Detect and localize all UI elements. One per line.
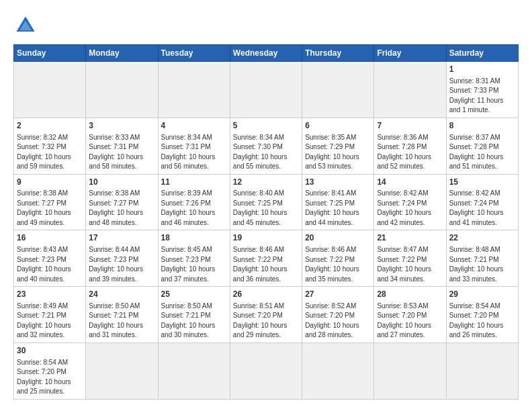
day-info: Sunrise: 8:53 AM Sunset: 7:20 PM Dayligh… [377, 302, 443, 340]
day-info: Sunrise: 8:49 AM Sunset: 7:21 PM Dayligh… [17, 302, 83, 340]
day-header-tuesday: Tuesday [158, 45, 230, 62]
day-number: 13 [305, 177, 371, 188]
day-info: Sunrise: 8:38 AM Sunset: 7:27 PM Dayligh… [89, 189, 154, 228]
calendar-week-row: 16Sunrise: 8:43 AM Sunset: 7:23 PM Dayli… [14, 230, 519, 287]
day-info: Sunrise: 8:42 AM Sunset: 7:24 PM Dayligh… [377, 189, 443, 228]
day-number: 29 [449, 289, 515, 300]
day-info: Sunrise: 8:50 AM Sunset: 7:21 PM Dayligh… [89, 302, 154, 340]
day-info: Sunrise: 8:50 AM Sunset: 7:21 PM Dayligh… [161, 302, 227, 340]
day-number: 26 [233, 289, 299, 300]
day-header-saturday: Saturday [446, 45, 518, 62]
calendar-cell: 3Sunrise: 8:33 AM Sunset: 7:31 PM Daylig… [86, 118, 158, 174]
calendar-week-row: 1Sunrise: 8:31 AM Sunset: 7:33 PM Daylig… [14, 62, 519, 118]
calendar-cell: 2Sunrise: 8:32 AM Sunset: 7:32 PM Daylig… [14, 118, 86, 174]
day-info: Sunrise: 8:36 AM Sunset: 7:28 PM Dayligh… [377, 133, 443, 172]
calendar-cell: 20Sunrise: 8:46 AM Sunset: 7:22 PM Dayli… [302, 230, 374, 287]
day-number: 25 [161, 289, 227, 300]
calendar-cell: 26Sunrise: 8:51 AM Sunset: 7:20 PM Dayli… [230, 287, 302, 343]
calendar-cell: 5Sunrise: 8:34 AM Sunset: 7:30 PM Daylig… [230, 118, 302, 174]
day-info: Sunrise: 8:40 AM Sunset: 7:25 PM Dayligh… [233, 189, 299, 228]
calendar-cell: 16Sunrise: 8:43 AM Sunset: 7:23 PM Dayli… [14, 230, 86, 287]
day-header-wednesday: Wednesday [230, 45, 302, 62]
calendar-cell: 14Sunrise: 8:42 AM Sunset: 7:24 PM Dayli… [374, 174, 446, 230]
day-number: 9 [17, 177, 83, 188]
day-info: Sunrise: 8:48 AM Sunset: 7:21 PM Dayligh… [449, 245, 515, 284]
calendar-cell: 23Sunrise: 8:49 AM Sunset: 7:21 PM Dayli… [14, 287, 86, 343]
calendar-cell [158, 342, 230, 399]
calendar-week-row: 30Sunrise: 8:54 AM Sunset: 7:20 PM Dayli… [14, 342, 519, 399]
calendar-cell: 18Sunrise: 8:45 AM Sunset: 7:23 PM Dayli… [158, 230, 230, 287]
calendar-cell: 11Sunrise: 8:39 AM Sunset: 7:26 PM Dayli… [158, 174, 230, 230]
day-number: 12 [233, 177, 299, 188]
day-info: Sunrise: 8:54 AM Sunset: 7:20 PM Dayligh… [449, 302, 515, 340]
calendar-cell: 9Sunrise: 8:38 AM Sunset: 7:27 PM Daylig… [14, 174, 86, 230]
day-number: 24 [89, 289, 154, 300]
day-number: 6 [305, 120, 371, 132]
day-number: 30 [17, 345, 83, 357]
calendar-cell [302, 342, 374, 399]
day-number: 20 [305, 232, 371, 244]
day-info: Sunrise: 8:52 AM Sunset: 7:20 PM Dayligh… [305, 302, 371, 340]
calendar-cell: 19Sunrise: 8:46 AM Sunset: 7:22 PM Dayli… [230, 230, 302, 287]
day-header-thursday: Thursday [302, 45, 374, 62]
calendar-cell: 17Sunrise: 8:44 AM Sunset: 7:23 PM Dayli… [86, 230, 158, 287]
day-info: Sunrise: 8:34 AM Sunset: 7:31 PM Dayligh… [161, 133, 227, 172]
calendar-cell [14, 62, 86, 118]
calendar-week-row: 2Sunrise: 8:32 AM Sunset: 7:32 PM Daylig… [14, 118, 519, 174]
day-info: Sunrise: 8:43 AM Sunset: 7:23 PM Dayligh… [17, 245, 83, 284]
calendar-cell: 7Sunrise: 8:36 AM Sunset: 7:28 PM Daylig… [374, 118, 446, 174]
day-info: Sunrise: 8:47 AM Sunset: 7:22 PM Dayligh… [377, 245, 443, 284]
day-number: 7 [377, 120, 443, 132]
calendar-cell: 1Sunrise: 8:31 AM Sunset: 7:33 PM Daylig… [446, 62, 518, 118]
calendar-cell: 4Sunrise: 8:34 AM Sunset: 7:31 PM Daylig… [158, 118, 230, 174]
calendar-week-row: 9Sunrise: 8:38 AM Sunset: 7:27 PM Daylig… [14, 174, 519, 230]
day-number: 4 [161, 120, 227, 132]
calendar-cell [230, 62, 302, 118]
calendar-cell [86, 342, 158, 399]
day-info: Sunrise: 8:45 AM Sunset: 7:23 PM Dayligh… [161, 245, 227, 284]
day-number: 22 [449, 232, 515, 244]
calendar-cell [446, 342, 518, 399]
calendar-cell: 29Sunrise: 8:54 AM Sunset: 7:20 PM Dayli… [446, 287, 518, 343]
logo-icon [13, 13, 38, 38]
day-number: 3 [89, 120, 154, 132]
day-number: 19 [233, 232, 299, 244]
day-info: Sunrise: 8:33 AM Sunset: 7:31 PM Dayligh… [89, 133, 154, 172]
day-number: 11 [161, 177, 227, 188]
day-number: 1 [449, 64, 515, 75]
day-info: Sunrise: 8:37 AM Sunset: 7:28 PM Dayligh… [449, 133, 515, 172]
day-info: Sunrise: 8:35 AM Sunset: 7:29 PM Dayligh… [305, 133, 371, 172]
calendar-cell [158, 62, 230, 118]
day-info: Sunrise: 8:39 AM Sunset: 7:26 PM Dayligh… [161, 189, 227, 228]
day-number: 15 [449, 177, 515, 188]
day-number: 23 [17, 289, 83, 300]
calendar-cell: 28Sunrise: 8:53 AM Sunset: 7:20 PM Dayli… [374, 287, 446, 343]
day-info: Sunrise: 8:31 AM Sunset: 7:33 PM Dayligh… [449, 77, 515, 116]
calendar-cell [302, 62, 374, 118]
calendar-header-row: SundayMondayTuesdayWednesdayThursdayFrid… [14, 45, 519, 62]
calendar-cell [374, 62, 446, 118]
day-number: 8 [449, 120, 515, 132]
calendar-cell: 21Sunrise: 8:47 AM Sunset: 7:22 PM Dayli… [374, 230, 446, 287]
calendar-cell: 13Sunrise: 8:41 AM Sunset: 7:25 PM Dayli… [302, 174, 374, 230]
day-info: Sunrise: 8:42 AM Sunset: 7:24 PM Dayligh… [449, 189, 515, 228]
day-number: 17 [89, 232, 154, 244]
day-info: Sunrise: 8:54 AM Sunset: 7:20 PM Dayligh… [17, 358, 83, 397]
day-header-sunday: Sunday [14, 45, 86, 62]
day-number: 14 [377, 177, 443, 188]
day-info: Sunrise: 8:38 AM Sunset: 7:27 PM Dayligh… [17, 189, 83, 228]
calendar-cell [86, 62, 158, 118]
day-info: Sunrise: 8:51 AM Sunset: 7:20 PM Dayligh… [233, 302, 299, 340]
logo [13, 13, 40, 38]
day-number: 28 [377, 289, 443, 300]
day-number: 18 [161, 232, 227, 244]
calendar-week-row: 23Sunrise: 8:49 AM Sunset: 7:21 PM Dayli… [14, 287, 519, 343]
day-info: Sunrise: 8:41 AM Sunset: 7:25 PM Dayligh… [305, 189, 371, 228]
calendar-cell: 25Sunrise: 8:50 AM Sunset: 7:21 PM Dayli… [158, 287, 230, 343]
day-number: 16 [17, 232, 83, 244]
calendar-cell: 22Sunrise: 8:48 AM Sunset: 7:21 PM Dayli… [446, 230, 518, 287]
day-info: Sunrise: 8:46 AM Sunset: 7:22 PM Dayligh… [305, 245, 371, 284]
calendar-cell: 8Sunrise: 8:37 AM Sunset: 7:28 PM Daylig… [446, 118, 518, 174]
day-number: 27 [305, 289, 371, 300]
calendar-cell: 6Sunrise: 8:35 AM Sunset: 7:29 PM Daylig… [302, 118, 374, 174]
